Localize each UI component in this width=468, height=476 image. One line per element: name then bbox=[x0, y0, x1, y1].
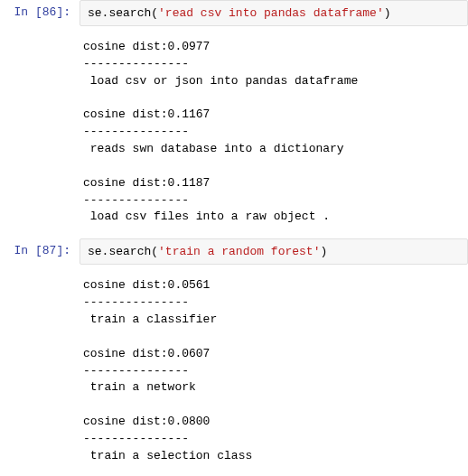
code-input[interactable]: se.search('read csv into pandas datafram… bbox=[80, 0, 468, 26]
output-text: cosine dist:0.0977 --------------- load … bbox=[80, 33, 468, 231]
prompt-number: 87 bbox=[42, 244, 57, 257]
input-cell: In [87]: se.search('train a random fores… bbox=[0, 238, 468, 265]
input-prompt: In [87]: bbox=[0, 238, 80, 265]
code-object: se bbox=[88, 6, 102, 20]
code-object: se bbox=[88, 245, 102, 258]
input-cell: In [86]: se.search('read csv into pandas… bbox=[0, 0, 468, 26]
input-prompt: In [86]: bbox=[0, 0, 80, 26]
code-string: 'read csv into pandas dataframe' bbox=[158, 6, 384, 20]
output-cell: cosine dist:0.0977 --------------- load … bbox=[0, 33, 468, 231]
code-input[interactable]: se.search('train a random forest') bbox=[80, 238, 468, 265]
output-cell: cosine dist:0.0561 --------------- train… bbox=[0, 272, 468, 470]
prompt-suffix: ]: bbox=[56, 244, 70, 257]
output-prompt bbox=[0, 272, 80, 470]
prompt-prefix: In [ bbox=[14, 5, 42, 19]
output-text: cosine dist:0.0561 --------------- train… bbox=[80, 272, 468, 470]
code-method: search bbox=[108, 245, 151, 258]
code-paren-close: ) bbox=[384, 6, 391, 20]
code-paren-open: ( bbox=[151, 245, 158, 258]
code-paren-open: ( bbox=[151, 6, 158, 20]
prompt-number: 86 bbox=[42, 5, 57, 19]
prompt-prefix: In [ bbox=[14, 244, 42, 257]
output-prompt bbox=[0, 33, 80, 231]
code-paren-close: ) bbox=[320, 245, 327, 258]
prompt-suffix: ]: bbox=[56, 5, 70, 19]
code-method: search bbox=[108, 6, 151, 20]
code-string: 'train a random forest' bbox=[158, 245, 320, 258]
